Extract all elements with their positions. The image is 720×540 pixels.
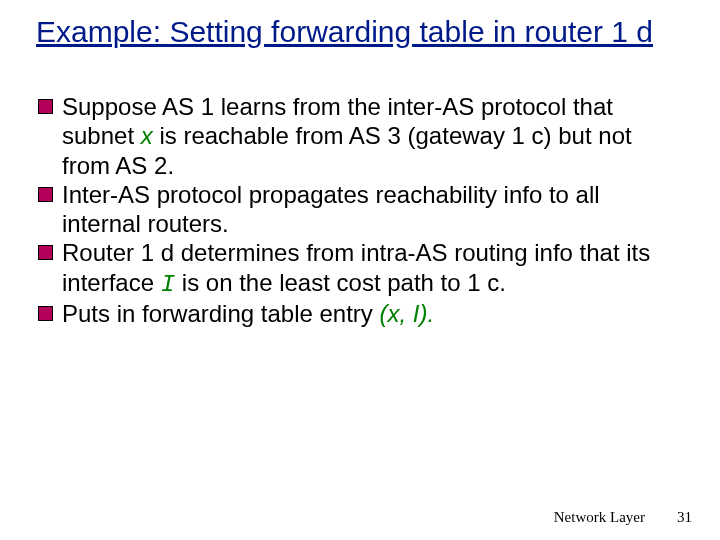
tuple-xi: (x, I). (380, 300, 435, 327)
variable-i: I (161, 271, 175, 298)
text-run: is on the least cost path to 1 c. (175, 269, 506, 296)
variable-x: x (141, 122, 153, 149)
bullet-text: Puts in forwarding table entry (x, I). (62, 299, 684, 328)
bullet-text: Inter-AS protocol propagates reachabilit… (62, 180, 684, 239)
bullet-text: Router 1 d determines from intra-AS rout… (62, 238, 684, 299)
footer-section: Network Layer (554, 509, 645, 525)
bullet-text: Suppose AS 1 learns from the inter-AS pr… (62, 92, 684, 180)
bullet-marker-icon (38, 187, 53, 202)
page-number: 31 (677, 509, 692, 525)
slide-title: Example: Setting forwarding table in rou… (36, 14, 684, 50)
bullet-item: Router 1 d determines from intra-AS rout… (38, 238, 684, 299)
bullet-item: Inter-AS protocol propagates reachabilit… (38, 180, 684, 239)
bullet-marker-icon (38, 306, 53, 321)
bullet-item: Suppose AS 1 learns from the inter-AS pr… (38, 92, 684, 180)
bullet-item: Puts in forwarding table entry (x, I). (38, 299, 684, 328)
bullet-marker-icon (38, 99, 53, 114)
text-run: Puts in forwarding table entry (62, 300, 380, 327)
bullet-list: Suppose AS 1 learns from the inter-AS pr… (36, 92, 684, 328)
bullet-marker-icon (38, 245, 53, 260)
slide-footer: Network Layer31 (554, 509, 692, 526)
